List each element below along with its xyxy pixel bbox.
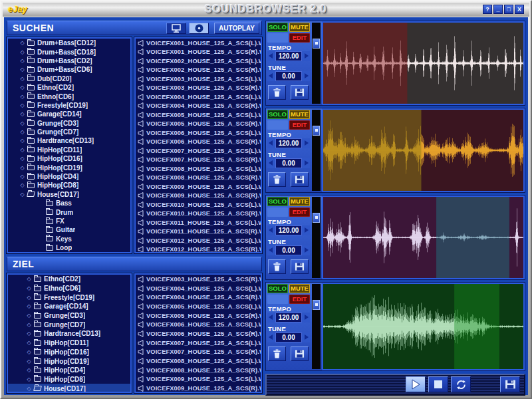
edit-button[interactable]: EDIT (289, 120, 310, 130)
mute-button[interactable]: MUTE (289, 197, 310, 206)
expand-diamond-icon[interactable]: ◇ (25, 322, 33, 328)
tune-increase-button[interactable] (302, 245, 310, 255)
level-slider-handle[interactable] (313, 39, 320, 49)
save-button[interactable] (500, 376, 520, 392)
minimize-button[interactable]: _ (493, 5, 503, 14)
tune-value[interactable]: 0.00 (275, 71, 302, 81)
expand-diamond-icon[interactable]: ◇ (25, 349, 33, 355)
sample-file-row[interactable]: VOICEFX005_HOUSE_125_A_SCS(R).W (136, 311, 261, 321)
sample-file-row[interactable]: VOICEFX008_HOUSE_125_A_SCS(R).W (136, 174, 261, 183)
mute-button[interactable]: MUTE (289, 284, 310, 293)
tree-item[interactable]: ◇ Bass (8, 199, 130, 207)
tempo-decrease-button[interactable] (267, 138, 275, 148)
close-button[interactable]: X (515, 5, 524, 14)
tempo-decrease-button[interactable] (267, 313, 275, 323)
tune-decrease-button[interactable] (267, 245, 275, 255)
sample-file-row[interactable]: VOICEFX008_HOUSE_125_A_SCS(R).W (136, 366, 261, 375)
solo-button[interactable]: SOLO (267, 23, 288, 32)
tempo-value[interactable]: 120.00 (275, 51, 302, 61)
tempo-value[interactable]: 120.00 (275, 138, 302, 148)
level-slider-track[interactable] (312, 23, 321, 104)
expand-diamond-icon[interactable]: ◇ (19, 94, 26, 100)
sample-file-row[interactable]: VOICEFX005_HOUSE_125_A_SCS(L).W.. (136, 302, 261, 311)
discard-button[interactable] (268, 346, 286, 361)
play-button[interactable] (406, 376, 426, 392)
expand-diamond-icon[interactable]: ◇ (25, 295, 33, 301)
tree-item[interactable]: ◇ Ethno[CD2] (8, 83, 130, 92)
pc-source-button[interactable] (166, 23, 186, 34)
sample-file-row[interactable]: VOICEFX009_HOUSE_125_A_SCS(L).W.. (136, 375, 261, 384)
tune-increase-button[interactable] (302, 158, 310, 168)
sample-file-row[interactable]: VOICEFX009_HOUSE_125_A_SCS(R).W (136, 192, 261, 201)
tree-item[interactable]: ◇ Grunge[CD3] (8, 311, 130, 321)
sample-file-row[interactable]: VOICEFX010_HOUSE_125_A_SCS(L).W.. (136, 200, 261, 209)
edit-button[interactable]: EDIT (289, 207, 310, 217)
tune-value[interactable]: 0.00 (275, 245, 302, 255)
sample-file-row[interactable]: VOICEFX006_HOUSE_125_A_SCS(L).W.. (136, 320, 261, 329)
expand-diamond-icon[interactable]: ◇ (19, 138, 26, 144)
sample-file-row[interactable]: VOICEFX008_HOUSE_125_A_SCS(L).W.. (136, 164, 261, 174)
expand-diamond-icon[interactable]: ◇ (19, 40, 26, 46)
sample-file-row[interactable]: VOICEFX003_HOUSE_125_A_SCS(R).W (136, 275, 261, 284)
tempo-value[interactable]: 120.00 (275, 225, 302, 235)
sample-file-row[interactable]: VOICEFX006_HOUSE_125_A_SCS(R).W (136, 138, 261, 147)
tree-item[interactable]: ◇ HipHop[CD11] (8, 146, 130, 154)
edit-button[interactable]: EDIT (289, 33, 310, 43)
sample-file-row[interactable]: VOICEFX002_HOUSE_125_A_SCS(R).W (136, 66, 261, 75)
mute-button[interactable]: MUTE (289, 110, 310, 119)
sample-file-row[interactable]: VOICEFX004_HOUSE_125_A_SCS(R).W (136, 102, 261, 111)
help-button[interactable]: ? (483, 5, 492, 14)
tempo-increase-button[interactable] (302, 138, 310, 148)
expand-diamond-icon[interactable]: ◇ (19, 84, 26, 90)
tree-item[interactable]: ◇ Hardtrance[CD13] (8, 136, 130, 145)
sample-file-row[interactable]: VOICEFX003_HOUSE_125_A_SCS(L).W.. (136, 74, 261, 84)
tree-item[interactable]: ◇ Keys (8, 235, 130, 243)
expand-diamond-icon[interactable]: ◇ (19, 76, 26, 82)
save-sample-button[interactable] (291, 172, 309, 187)
tune-decrease-button[interactable] (267, 158, 275, 168)
tune-decrease-button[interactable] (267, 71, 275, 81)
save-sample-button[interactable] (291, 346, 309, 361)
tree-item[interactable]: ◇ HipHop[CD19] (8, 163, 130, 172)
sample-file-row[interactable]: VOICEFX011_HOUSE_125_A_SCS(L).W.. (136, 218, 261, 227)
edit-button[interactable]: EDIT (289, 295, 310, 304)
sample-file-row[interactable]: VOICEFX006_HOUSE_125_A_SCS(R).W (136, 329, 261, 338)
tree-item[interactable]: ◇ HipHop[CD8] (8, 375, 130, 384)
expand-diamond-icon[interactable]: ◇ (25, 386, 33, 392)
sample-file-row[interactable]: VOICEFX008_HOUSE_125_A_SCS(L).W.. (136, 356, 261, 366)
sample-file-row[interactable]: VOICEFX004_HOUSE_125_A_SCS(L).W.. (136, 92, 261, 102)
sample-file-row[interactable]: VOICEFX004_HOUSE_125_A_SCS(L).W.. (136, 284, 261, 293)
waveform-display[interactable] (323, 197, 523, 278)
tempo-decrease-button[interactable] (267, 51, 275, 61)
tree-item[interactable]: ◇ House[CD17] (8, 190, 130, 199)
waveform-display[interactable] (323, 284, 523, 369)
sample-file-row[interactable]: VOICEFX010_HOUSE_125_A_SCS(R).W (136, 209, 261, 219)
expand-diamond-icon[interactable]: ◇ (25, 376, 33, 382)
expand-diamond-icon[interactable]: ◇ (19, 182, 26, 188)
sample-file-row[interactable]: VOICEFX007_HOUSE_125_A_SCS(L).W.. (136, 338, 261, 348)
discard-button[interactable] (268, 259, 286, 274)
sample-file-row[interactable]: VOICEFX012_HOUSE_125_A_SCS(L).W.. (136, 236, 261, 245)
tree-item[interactable]: ◇ Ethno[CD6] (8, 92, 130, 100)
level-slider-handle[interactable] (313, 300, 320, 310)
tree-item[interactable]: ◇ Ethno[CD2] (8, 275, 130, 284)
expand-diamond-icon[interactable]: ◇ (19, 120, 26, 126)
autoplay-button[interactable]: AUTOPLAY (214, 23, 259, 34)
tree-item[interactable]: ◇ Drum+Bass[CD18] (8, 47, 130, 56)
tune-increase-button[interactable] (302, 332, 310, 342)
expand-diamond-icon[interactable]: ◇ (19, 147, 26, 153)
tree-item[interactable]: ◇ HipHop[CD8] (8, 181, 130, 190)
tree-item[interactable]: ◇ Drum (8, 207, 130, 216)
sample-file-row[interactable]: VOICEFX011_HOUSE_125_A_SCS(R).W (136, 227, 261, 237)
sample-file-row[interactable]: VOICEFX005_HOUSE_125_A_SCS(R).W (136, 120, 261, 129)
tree-item[interactable]: ◇ Hardtrance[CD13] (8, 329, 130, 338)
sample-file-row[interactable]: VOICEFX009_HOUSE_125_A_SCS(R).W (136, 384, 261, 393)
tempo-decrease-button[interactable] (267, 225, 275, 235)
tree-item[interactable]: ◇ Drum+Bass[CD6] (8, 65, 130, 74)
tree-item[interactable]: ◇ HipHop[CD4] (8, 366, 130, 375)
level-slider-handle[interactable] (313, 213, 320, 223)
loop-button[interactable] (451, 376, 471, 392)
tune-increase-button[interactable] (302, 71, 310, 81)
expand-diamond-icon[interactable]: ◇ (19, 58, 26, 64)
tree-item[interactable]: ◇ Dub[CD20] (8, 74, 130, 83)
